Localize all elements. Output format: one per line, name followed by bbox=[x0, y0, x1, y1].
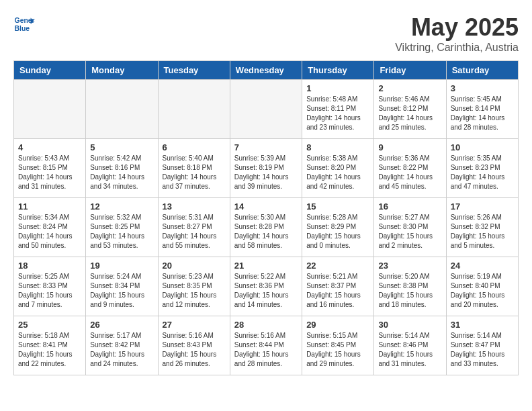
day-number: 26 bbox=[90, 320, 153, 330]
day-number: 18 bbox=[18, 261, 81, 271]
day-number: 17 bbox=[451, 201, 514, 212]
day-info: Sunrise: 5:14 AM Sunset: 8:47 PM Dayligh… bbox=[451, 331, 514, 369]
day-info: Sunrise: 5:28 AM Sunset: 8:29 PM Dayligh… bbox=[306, 213, 369, 250]
day-cell-19: 19 Sunrise: 5:24 AM Sunset: 8:34 PM Dayl… bbox=[86, 257, 158, 316]
day-cell-11: 11 Sunrise: 5:34 AM Sunset: 8:24 PM Dayl… bbox=[14, 198, 86, 257]
day-number: 5 bbox=[90, 142, 153, 152]
day-number: 29 bbox=[306, 320, 369, 330]
day-info: Sunrise: 5:16 AM Sunset: 8:43 PM Dayligh… bbox=[163, 331, 226, 369]
day-info: Sunrise: 5:17 AM Sunset: 8:42 PM Dayligh… bbox=[90, 331, 153, 369]
day-number: 16 bbox=[378, 201, 441, 212]
day-info: Sunrise: 5:23 AM Sunset: 8:35 PM Dayligh… bbox=[163, 272, 226, 310]
svg-text:Blue: Blue bbox=[15, 25, 30, 32]
day-info: Sunrise: 5:21 AM Sunset: 8:37 PM Dayligh… bbox=[306, 272, 369, 310]
day-info: Sunrise: 5:31 AM Sunset: 8:27 PM Dayligh… bbox=[163, 213, 226, 250]
logo: General Blue bbox=[13, 13, 35, 35]
day-info: Sunrise: 5:25 AM Sunset: 8:33 PM Dayligh… bbox=[18, 272, 81, 310]
day-number: 2 bbox=[378, 83, 441, 93]
day-info: Sunrise: 5:19 AM Sunset: 8:40 PM Dayligh… bbox=[451, 272, 514, 310]
day-cell-6: 6 Sunrise: 5:40 AM Sunset: 8:18 PM Dayli… bbox=[158, 139, 230, 198]
day-number: 13 bbox=[163, 201, 226, 212]
day-number: 21 bbox=[234, 261, 298, 271]
day-info: Sunrise: 5:48 AM Sunset: 8:11 PM Dayligh… bbox=[306, 95, 369, 132]
day-info: Sunrise: 5:27 AM Sunset: 8:30 PM Dayligh… bbox=[378, 213, 441, 250]
day-cell-17: 17 Sunrise: 5:26 AM Sunset: 8:32 PM Dayl… bbox=[446, 198, 518, 257]
day-cell-13: 13 Sunrise: 5:31 AM Sunset: 8:27 PM Dayl… bbox=[158, 198, 230, 257]
day-cell-20: 20 Sunrise: 5:23 AM Sunset: 8:35 PM Dayl… bbox=[158, 257, 230, 316]
week-row-4: 18 Sunrise: 5:25 AM Sunset: 8:33 PM Dayl… bbox=[14, 257, 519, 316]
day-info: Sunrise: 5:40 AM Sunset: 8:18 PM Dayligh… bbox=[163, 154, 226, 191]
day-cell-1: 1 Sunrise: 5:48 AM Sunset: 8:11 PM Dayli… bbox=[302, 80, 374, 139]
day-cell-31: 31 Sunrise: 5:14 AM Sunset: 8:47 PM Dayl… bbox=[446, 316, 518, 375]
day-number: 6 bbox=[163, 142, 226, 152]
day-number: 3 bbox=[451, 83, 514, 93]
day-info: Sunrise: 5:34 AM Sunset: 8:24 PM Dayligh… bbox=[18, 213, 81, 250]
day-number: 27 bbox=[163, 320, 226, 330]
day-cell-3: 3 Sunrise: 5:45 AM Sunset: 8:14 PM Dayli… bbox=[446, 80, 518, 139]
week-row-5: 25 Sunrise: 5:18 AM Sunset: 8:41 PM Dayl… bbox=[14, 316, 519, 375]
day-info: Sunrise: 5:20 AM Sunset: 8:38 PM Dayligh… bbox=[378, 272, 441, 310]
day-cell-22: 22 Sunrise: 5:21 AM Sunset: 8:37 PM Dayl… bbox=[302, 257, 374, 316]
day-info: Sunrise: 5:18 AM Sunset: 8:41 PM Dayligh… bbox=[18, 331, 81, 369]
day-number: 28 bbox=[234, 320, 298, 330]
day-number: 11 bbox=[18, 201, 81, 212]
day-info: Sunrise: 5:22 AM Sunset: 8:36 PM Dayligh… bbox=[234, 272, 298, 310]
week-row-2: 4 Sunrise: 5:43 AM Sunset: 8:15 PM Dayli… bbox=[14, 139, 519, 198]
day-info: Sunrise: 5:14 AM Sunset: 8:46 PM Dayligh… bbox=[378, 331, 441, 369]
day-number: 22 bbox=[306, 261, 369, 271]
col-header-monday: Monday bbox=[86, 61, 158, 80]
day-cell-27: 27 Sunrise: 5:16 AM Sunset: 8:43 PM Dayl… bbox=[158, 316, 230, 375]
day-number: 9 bbox=[378, 142, 441, 152]
day-cell-25: 25 Sunrise: 5:18 AM Sunset: 8:41 PM Dayl… bbox=[14, 316, 86, 375]
logo-icon: General Blue bbox=[13, 13, 35, 35]
day-info: Sunrise: 5:36 AM Sunset: 8:22 PM Dayligh… bbox=[378, 154, 441, 191]
day-info: Sunrise: 5:39 AM Sunset: 8:19 PM Dayligh… bbox=[234, 154, 298, 191]
day-info: Sunrise: 5:16 AM Sunset: 8:44 PM Dayligh… bbox=[234, 331, 298, 369]
day-cell-empty-0-0 bbox=[14, 80, 86, 139]
day-info: Sunrise: 5:45 AM Sunset: 8:14 PM Dayligh… bbox=[451, 95, 514, 132]
day-info: Sunrise: 5:30 AM Sunset: 8:28 PM Dayligh… bbox=[234, 213, 298, 250]
day-cell-29: 29 Sunrise: 5:15 AM Sunset: 8:45 PM Dayl… bbox=[302, 316, 374, 375]
day-cell-empty-0-2 bbox=[158, 80, 230, 139]
day-number: 12 bbox=[90, 201, 153, 212]
day-cell-10: 10 Sunrise: 5:35 AM Sunset: 8:23 PM Dayl… bbox=[446, 139, 518, 198]
day-cell-empty-0-3 bbox=[230, 80, 302, 139]
day-cell-18: 18 Sunrise: 5:25 AM Sunset: 8:33 PM Dayl… bbox=[14, 257, 86, 316]
day-number: 4 bbox=[18, 142, 81, 152]
page-header: General Blue May 2025 Viktring, Carinthi… bbox=[13, 13, 519, 54]
day-cell-28: 28 Sunrise: 5:16 AM Sunset: 8:44 PM Dayl… bbox=[230, 316, 302, 375]
day-cell-2: 2 Sunrise: 5:46 AM Sunset: 8:12 PM Dayli… bbox=[374, 80, 446, 139]
day-cell-26: 26 Sunrise: 5:17 AM Sunset: 8:42 PM Dayl… bbox=[86, 316, 158, 375]
col-header-thursday: Thursday bbox=[302, 61, 374, 80]
day-number: 7 bbox=[234, 142, 298, 152]
week-row-3: 11 Sunrise: 5:34 AM Sunset: 8:24 PM Dayl… bbox=[14, 198, 519, 257]
day-cell-24: 24 Sunrise: 5:19 AM Sunset: 8:40 PM Dayl… bbox=[446, 257, 518, 316]
day-info: Sunrise: 5:32 AM Sunset: 8:25 PM Dayligh… bbox=[90, 213, 153, 250]
day-cell-4: 4 Sunrise: 5:43 AM Sunset: 8:15 PM Dayli… bbox=[14, 139, 86, 198]
calendar-subtitle: Viktring, Carinthia, Austria bbox=[395, 42, 519, 54]
day-cell-15: 15 Sunrise: 5:28 AM Sunset: 8:29 PM Dayl… bbox=[302, 198, 374, 257]
col-header-friday: Friday bbox=[374, 61, 446, 80]
day-cell-empty-0-1 bbox=[86, 80, 158, 139]
day-cell-14: 14 Sunrise: 5:30 AM Sunset: 8:28 PM Dayl… bbox=[230, 198, 302, 257]
day-cell-7: 7 Sunrise: 5:39 AM Sunset: 8:19 PM Dayli… bbox=[230, 139, 302, 198]
day-number: 25 bbox=[18, 320, 81, 330]
day-info: Sunrise: 5:42 AM Sunset: 8:16 PM Dayligh… bbox=[90, 154, 153, 191]
day-number: 23 bbox=[378, 261, 441, 271]
header-row: SundayMondayTuesdayWednesdayThursdayFrid… bbox=[14, 61, 519, 80]
day-number: 19 bbox=[90, 261, 153, 271]
day-info: Sunrise: 5:26 AM Sunset: 8:32 PM Dayligh… bbox=[451, 213, 514, 250]
day-number: 24 bbox=[451, 261, 514, 271]
day-info: Sunrise: 5:24 AM Sunset: 8:34 PM Dayligh… bbox=[90, 272, 153, 310]
day-cell-9: 9 Sunrise: 5:36 AM Sunset: 8:22 PM Dayli… bbox=[374, 139, 446, 198]
day-info: Sunrise: 5:38 AM Sunset: 8:20 PM Dayligh… bbox=[306, 154, 369, 191]
day-number: 31 bbox=[451, 320, 514, 330]
day-cell-30: 30 Sunrise: 5:14 AM Sunset: 8:46 PM Dayl… bbox=[374, 316, 446, 375]
day-number: 10 bbox=[451, 142, 514, 152]
week-row-1: 1 Sunrise: 5:48 AM Sunset: 8:11 PM Dayli… bbox=[14, 80, 519, 139]
day-cell-5: 5 Sunrise: 5:42 AM Sunset: 8:16 PM Dayli… bbox=[86, 139, 158, 198]
col-header-wednesday: Wednesday bbox=[230, 61, 302, 80]
day-info: Sunrise: 5:35 AM Sunset: 8:23 PM Dayligh… bbox=[451, 154, 514, 191]
day-number: 8 bbox=[306, 142, 369, 152]
day-cell-16: 16 Sunrise: 5:27 AM Sunset: 8:30 PM Dayl… bbox=[374, 198, 446, 257]
